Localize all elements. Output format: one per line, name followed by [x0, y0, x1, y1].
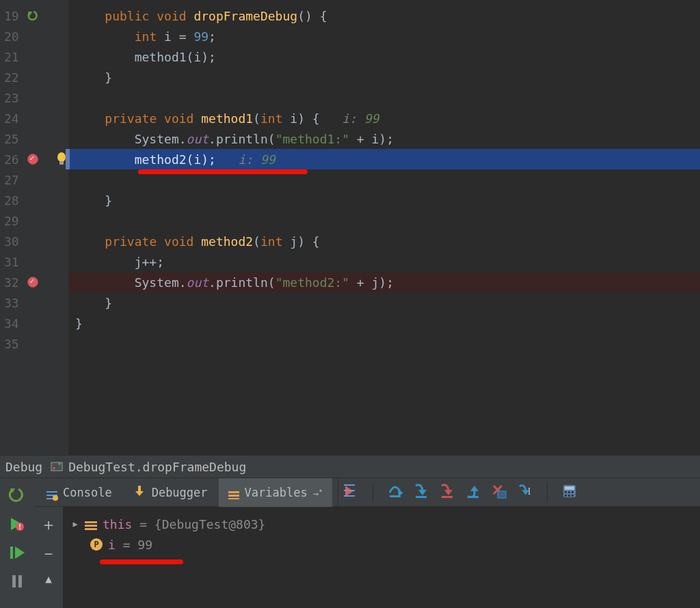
step-out-icon[interactable]	[466, 484, 480, 501]
var-value: = {DebugTest@803}	[132, 517, 265, 531]
gutter-row[interactable]: 30	[0, 231, 68, 251]
code-line[interactable]: }	[68, 313, 700, 333]
gutter-row[interactable]: 32	[0, 272, 68, 292]
svg-rect-50	[85, 528, 97, 530]
gutter-row[interactable]: 27	[0, 169, 68, 190]
tab-console-label: Console	[63, 486, 112, 499]
annotation-underline	[100, 559, 183, 564]
tab-debugger[interactable]: Debugger	[123, 478, 217, 507]
svg-marker-31	[444, 490, 453, 495]
svg-rect-32	[442, 496, 453, 498]
gutter-row[interactable]: 35	[0, 333, 68, 354]
gutter-row[interactable]: 31	[0, 251, 68, 272]
drop-frame-icon[interactable]	[492, 484, 506, 501]
pin-icon[interactable]: →✦	[313, 486, 323, 499]
breakpoint-icon[interactable]	[27, 154, 38, 165]
download-icon	[133, 484, 146, 501]
var-value: = 99	[116, 538, 152, 552]
show-execution-point-icon[interactable]	[344, 484, 358, 501]
intention-bulb-icon[interactable]	[56, 152, 67, 166]
gutter-row[interactable]: 25	[0, 128, 68, 149]
svg-rect-24	[344, 484, 355, 486]
step-into-icon[interactable]	[414, 484, 428, 501]
remove-watch-icon[interactable]: －	[40, 545, 57, 562]
svg-rect-25	[344, 490, 355, 491]
debug-header: Debug DebugTest.dropFrameDebug	[0, 455, 700, 478]
gutter-row[interactable]: 19	[0, 5, 68, 26]
code-line[interactable]	[68, 210, 700, 231]
debug-tab-bar: Console Debugger Variables →✦	[34, 478, 700, 507]
gutter-row[interactable]: 34	[0, 313, 68, 333]
tab-variables-label: Variables	[245, 486, 308, 499]
code-line[interactable]: System.out.println("method2:" + j);	[68, 272, 700, 292]
code-line[interactable]: private void method2(int j) {	[68, 231, 700, 251]
svg-rect-34	[468, 496, 479, 498]
svg-rect-43	[568, 491, 570, 493]
step-over-icon[interactable]	[388, 484, 402, 501]
gutter-row[interactable]: 22	[0, 67, 68, 87]
code-line[interactable]: }	[68, 190, 700, 210]
variable-this[interactable]: ▶ this = {DebugTest@803}	[68, 514, 695, 534]
expand-icon[interactable]: ▶	[71, 519, 79, 529]
threads-icon	[46, 488, 57, 497]
svg-rect-13	[18, 575, 22, 588]
force-step-into-icon[interactable]	[440, 484, 454, 501]
tab-console[interactable]: Console	[37, 478, 122, 507]
tab-debugger-label: Debugger	[152, 486, 208, 499]
variables-view: ＋ － ▲ ▶ this = {DebugTest@803} P i = 99	[34, 507, 700, 608]
move-up-icon[interactable]: ▲	[45, 574, 52, 585]
gutter-row[interactable]: 24	[0, 108, 68, 128]
editor-code-area[interactable]: public void dropFrameDebug() { int i = 9…	[68, 0, 700, 455]
code-editor[interactable]: 1920212223242526272829303132333435 publi…	[0, 0, 700, 455]
gutter-row[interactable]: 28	[0, 190, 68, 210]
pause-icon[interactable]	[10, 574, 25, 589]
debug-panel: ! Console Debugger	[0, 478, 700, 608]
return-icon[interactable]	[27, 10, 38, 21]
svg-text:I: I	[528, 486, 531, 497]
gutter-row[interactable]: 33	[0, 292, 68, 313]
code-line[interactable]	[68, 87, 700, 108]
gutter-row[interactable]: 20	[0, 26, 68, 46]
evaluate-expression-icon[interactable]	[563, 484, 576, 501]
svg-rect-45	[565, 495, 567, 497]
code-line[interactable]: method2(i); i: 99	[68, 149, 700, 169]
svg-rect-49	[85, 525, 97, 527]
resume-icon[interactable]	[10, 545, 25, 560]
svg-rect-48	[85, 521, 97, 523]
debug-config-icon[interactable]	[51, 460, 63, 473]
var-name: i	[108, 538, 116, 552]
code-line[interactable]: }	[68, 292, 700, 313]
svg-point-1	[57, 152, 66, 162]
code-line[interactable]: System.out.println("method1:" + i);	[68, 128, 700, 149]
code-line[interactable]: int i = 99;	[68, 26, 700, 46]
svg-rect-26	[344, 495, 355, 497]
code-line[interactable]: j++;	[68, 251, 700, 272]
rerun-icon[interactable]	[10, 488, 25, 503]
breakpoint-icon[interactable]	[27, 277, 38, 288]
debug-title: Debug	[5, 460, 42, 474]
svg-rect-12	[12, 575, 16, 588]
svg-rect-10	[10, 547, 13, 559]
code-line[interactable]: private void method1(int i) { i: 99	[68, 108, 700, 128]
svg-rect-18	[138, 486, 141, 492]
gutter-row[interactable]: 29	[0, 210, 68, 231]
svg-rect-44	[571, 491, 574, 493]
svg-rect-14	[46, 491, 57, 493]
code-line[interactable]	[68, 333, 700, 354]
step-controls: I	[338, 478, 582, 507]
variable-i[interactable]: P i = 99	[68, 534, 695, 555]
code-line[interactable]: method1(i);	[68, 46, 700, 67]
code-line[interactable]: public void dropFrameDebug() {	[68, 5, 700, 26]
gutter-row[interactable]: 21	[0, 46, 68, 67]
object-icon	[85, 519, 97, 529]
svg-point-17	[53, 495, 58, 501]
variables-list[interactable]: ▶ this = {DebugTest@803} P i = 99	[63, 507, 700, 608]
resume-with-breakpoints-icon[interactable]: !	[10, 516, 25, 531]
code-line[interactable]	[68, 169, 700, 190]
editor-gutter[interactable]: 1920212223242526272829303132333435	[0, 0, 68, 455]
add-watch-icon[interactable]: ＋	[40, 516, 57, 533]
gutter-row[interactable]: 23	[0, 87, 68, 108]
run-to-cursor-icon[interactable]: I	[518, 484, 532, 501]
code-line[interactable]: }	[68, 67, 700, 87]
tab-variables[interactable]: Variables →✦	[219, 478, 333, 507]
